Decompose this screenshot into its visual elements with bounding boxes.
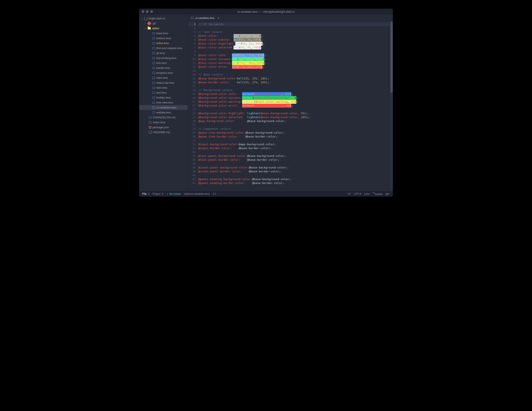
close-icon[interactable]: × (218, 16, 219, 20)
file-icon (152, 87, 155, 89)
editor-body[interactable]: 1234567891011121314151617181920212223242… (188, 21, 393, 191)
minimize-window-icon[interactable] (146, 10, 149, 13)
code-line[interactable]: · (198, 26, 391, 30)
file-icon (149, 117, 152, 118)
status-cursor[interactable]: 1:1 (213, 192, 216, 196)
tree-item-label: progress.less (156, 71, 173, 74)
status-file[interactable]: File 0 (142, 192, 150, 196)
tree-item-file[interactable]: CHANGELOG.md (139, 115, 188, 120)
code-line[interactable]: @input-background-color: @app-background… (198, 142, 391, 146)
code-line[interactable]: @tool-panel-border-color: @base-border-c… (198, 158, 391, 162)
tree-item-file[interactable]: tree-view.less (139, 100, 188, 105)
status-git[interactable]: git+ (386, 192, 390, 196)
tree-item-label: status-bar.less (156, 81, 174, 84)
code-line[interactable]: @text-color-error: hsl( 1, 96%, 67%);¬ (198, 65, 391, 69)
code-line[interactable]: @background-color-error: darken(@text-co… (198, 104, 391, 108)
code-line[interactable]: @background-color-info: darken(@text-col… (198, 92, 391, 96)
code-line[interactable]: @text-color-info: hsl(219, 79%, 66%);¬ (198, 53, 391, 57)
code-line[interactable]: · (198, 84, 391, 88)
code-line[interactable]: @background-color-warning: lighten(@text… (198, 100, 391, 104)
file-icon (152, 102, 155, 104)
code-line[interactable]: @tool-panel-background-color: @base-back… (198, 154, 391, 158)
maximize-window-icon[interactable] (150, 10, 153, 13)
code-line[interactable]: @panel-heading-border-color: @base-borde… (198, 181, 391, 185)
code-line[interactable]: // Text Colors¬ (198, 30, 391, 34)
tab-ui-variables[interactable]: ui-variables.less × (188, 15, 223, 21)
tree-item-file[interactable]: buttons.less (139, 36, 188, 41)
code-line[interactable]: @background-color-selected: lighten(@bas… (198, 115, 391, 119)
tree-item-file[interactable]: find-and-replace.less (139, 46, 188, 50)
status-branch[interactable]: master (373, 192, 383, 196)
code-line[interactable]: // Base colors¬ (198, 73, 391, 77)
tab-bar: ui-variables.less × (188, 15, 393, 21)
tree-item-file[interactable]: package.json (139, 125, 188, 130)
code-line[interactable]: @inset-panel-border-color: @base-border-… (198, 170, 391, 173)
tree-item-file[interactable]: progress.less (139, 70, 188, 75)
scrollbar-thumb[interactable] (390, 21, 393, 93)
code-line[interactable]: @text-color-success: hsl(140, 88%, 62%);… (198, 57, 391, 61)
tree-item-file[interactable]: tabs.less (139, 85, 188, 90)
editor-pane: ui-variables.less × 12345678910111213141… (188, 15, 393, 191)
code-content[interactable]: // UI Variables¬·// Text Colors¬@text-co… (198, 22, 393, 191)
code-line[interactable]: @panel-heading-background-color: @base-b… (198, 177, 391, 181)
code-line[interactable]: · (198, 108, 391, 111)
code-line[interactable]: · (198, 49, 391, 53)
code-line[interactable]: @base-background-color: hsl(231, 15%, 18… (198, 77, 391, 80)
file-icon (152, 32, 155, 34)
tree-item-file[interactable]: base.less (139, 31, 188, 36)
tree-root[interactable]: ⌄ bright-dark-ui (139, 16, 188, 21)
code-line[interactable]: @text-color-warning: hsl( 63, 86%, 62%);… (198, 61, 391, 65)
status-project[interactable]: Project 0 (152, 192, 163, 196)
tree-item-file[interactable]: tooltips.less (139, 95, 188, 100)
tree-item-file[interactable]: editor.less (139, 41, 188, 46)
code-line[interactable]: @text-color-selected: hsl(60, 3%, 94%);¬ (198, 46, 391, 49)
chevron-down-icon: ⌄ (141, 17, 143, 20)
tree-item-label: git.less (156, 51, 165, 55)
tree-item-file[interactable]: sites.less (139, 75, 188, 80)
code-line[interactable]: // UI Variables¬ (198, 22, 391, 26)
tree-item-file[interactable]: key-binding.less (139, 56, 188, 60)
code-line[interactable]: · (198, 123, 391, 127)
code-line[interactable]: @input-border-color: @base-border-color;… (198, 146, 391, 150)
code-line[interactable]: @background-color-success: darken(@text-… (198, 96, 391, 100)
code-line[interactable]: @text-color-subtle: hsl(60, 3%, 50%);¬ (198, 38, 391, 42)
tree-item-file[interactable]: README.md (139, 130, 188, 135)
status-line-ending[interactable]: LF (348, 192, 351, 196)
code-line[interactable]: · (198, 69, 391, 73)
tree-item-label: .git (152, 22, 156, 25)
code-line[interactable]: · (198, 173, 391, 177)
code-line[interactable]: @text-color: hsl(60, 3%, 66%);¬ (198, 34, 391, 38)
tree-item-git[interactable]: › .git (139, 21, 188, 26)
status-grammar[interactable]: Less (364, 192, 370, 196)
tree-item-file[interactable]: wallaby.less (139, 110, 188, 115)
close-window-icon[interactable] (142, 10, 144, 13)
code-line[interactable]: · (198, 138, 391, 142)
code-line[interactable]: @pane-item-background-color: @base-backg… (198, 131, 391, 135)
code-line[interactable]: @base-border-color: hsl(231, 17%, 16%);¬ (198, 80, 391, 84)
code-line[interactable]: // Component colors¬ (198, 127, 391, 131)
code-line[interactable]: @text-color-highlight: hsl(60, 3%, 94%);… (198, 42, 391, 46)
scrollbar[interactable] (390, 21, 393, 191)
status-encoding[interactable]: UTF-8 (354, 192, 361, 196)
status-path[interactable]: styles/ui-variables.less (184, 192, 210, 196)
code-line[interactable]: @background-color-highlight: lighten(@ba… (198, 111, 391, 115)
tree-item-file[interactable]: ui-variables.less (139, 105, 188, 110)
file-icon (152, 92, 155, 94)
code-line[interactable]: @inset-panel-background-color: @base-bac… (198, 166, 391, 170)
tree-view[interactable]: ⌄ bright-dark-ui › .git ⌄ styles base.le… (139, 15, 188, 191)
tree-item-file[interactable]: text.less (139, 90, 188, 95)
code-line[interactable]: · (198, 150, 391, 154)
code-line[interactable]: // Background colors¬ (198, 88, 391, 92)
tree-item-file[interactable]: status-bar.less (139, 80, 188, 85)
tree-item-file[interactable]: index.less (139, 120, 188, 125)
tree-item-file[interactable]: panels.less (139, 65, 188, 70)
tree-item-file[interactable]: git.less (139, 50, 188, 56)
code-line[interactable]: @pane-item-border-color: @base-border-co… (198, 135, 391, 138)
tree-item-file[interactable]: lists.less (139, 60, 188, 65)
folder-icon (148, 27, 151, 29)
code-line[interactable]: · (198, 162, 391, 166)
code-line[interactable]: @app-background-color: @base-background-… (198, 119, 391, 123)
tree-item-styles[interactable]: ⌄ styles (139, 26, 188, 31)
status-no-issues[interactable]: ✓No Issues (166, 192, 181, 196)
file-icon (152, 37, 155, 39)
